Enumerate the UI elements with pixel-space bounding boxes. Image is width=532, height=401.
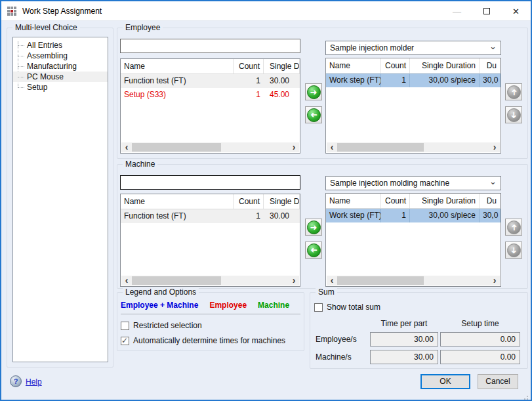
table-row[interactable]: Function test (FT) 1 30.00 bbox=[121, 209, 300, 223]
employee-move-down-button[interactable]: ➜ bbox=[505, 106, 522, 123]
arrow-right-icon: ➜ bbox=[310, 223, 317, 232]
close-button[interactable]: ✕ bbox=[501, 1, 531, 21]
cell-count: 1 bbox=[234, 88, 264, 102]
sum-group-label: Sum bbox=[316, 287, 337, 297]
cell-name: Function test (FT) bbox=[121, 209, 234, 223]
employee-target-dropdown[interactable]: Sample injection molder ⌄ bbox=[325, 41, 501, 55]
tree-item-manufacturing[interactable]: Manufacturing bbox=[13, 61, 108, 72]
employee-time-per-part-field[interactable]: 30.00 bbox=[370, 332, 438, 347]
help-link[interactable]: Help bbox=[26, 377, 42, 387]
tree-item-all-entries[interactable]: All Entries bbox=[13, 40, 108, 51]
machine-setup-time-field[interactable]: 0.00 bbox=[440, 350, 520, 364]
machine-target-table[interactable]: Name Count Single Duration Du Work step … bbox=[325, 193, 501, 287]
cell-duration: 45.00 bbox=[264, 88, 300, 102]
col-single-duration: Single Duration bbox=[410, 58, 480, 73]
col-name: Name bbox=[121, 194, 234, 209]
employee-remove-button[interactable]: ➜ bbox=[305, 106, 322, 123]
scrollbar-thumb[interactable] bbox=[337, 276, 424, 285]
show-total-sum-checkbox[interactable]: Show total sum bbox=[314, 303, 380, 312]
scroll-right-icon[interactable]: › bbox=[289, 142, 299, 152]
cell-single-duration: 30,00 s/piece bbox=[410, 74, 480, 87]
app-icon bbox=[7, 7, 17, 16]
machine-assign-button[interactable]: ➜ bbox=[305, 219, 322, 236]
horizontal-scrollbar[interactable]: ‹ › bbox=[327, 276, 500, 285]
machine-target-dropdown[interactable]: Sample injection molding machine ⌄ bbox=[325, 176, 501, 190]
multi-level-choice-label: Multi-level Choice bbox=[12, 23, 80, 32]
scroll-right-icon[interactable]: › bbox=[489, 142, 500, 152]
cancel-button[interactable]: Cancel bbox=[478, 374, 518, 389]
employee-sum-label: Employee/s bbox=[316, 335, 357, 344]
col-single-duration: Single Duration bbox=[410, 194, 480, 208]
multi-level-choice-list: All Entries Assembling Manufacturing PC … bbox=[12, 37, 108, 362]
machine-time-per-part-field[interactable]: 30.00 bbox=[370, 350, 438, 364]
cell-duration: 30.00 bbox=[264, 74, 300, 88]
arrow-right-icon: ➜ bbox=[310, 88, 317, 96]
minimize-button[interactable]: — bbox=[442, 1, 472, 21]
scrollbar-thumb[interactable] bbox=[132, 276, 221, 285]
cell-duration: 30,0 s/ bbox=[480, 74, 501, 87]
employee-move-up-button[interactable]: ➜ bbox=[505, 83, 522, 100]
horizontal-scrollbar[interactable]: ‹ › bbox=[121, 142, 299, 152]
table-row[interactable]: Work step (FT) 1 30,00 s/piece 30,0 s/ bbox=[326, 74, 501, 87]
col-count: Count bbox=[234, 194, 264, 209]
horizontal-scrollbar[interactable]: ‹ › bbox=[121, 276, 299, 285]
col-count: Count bbox=[381, 194, 410, 208]
checkbox-box[interactable] bbox=[121, 337, 129, 345]
machine-remove-button[interactable]: ➜ bbox=[305, 242, 322, 259]
setup-time-header: Setup time bbox=[440, 319, 520, 328]
tree-item-assembling[interactable]: Assembling bbox=[13, 51, 108, 61]
checkbox-box[interactable] bbox=[314, 303, 323, 312]
employee-source-table[interactable]: Name Count Single Dura Function test (FT… bbox=[120, 58, 300, 154]
tree-item-setup[interactable]: Setup bbox=[13, 82, 108, 93]
table-row[interactable]: Function test (FT) 1 30.00 bbox=[121, 74, 300, 88]
chevron-down-icon: ⌄ bbox=[489, 177, 497, 186]
legend-employee-machine: Employee + Machine bbox=[121, 301, 198, 310]
checkbox-label: Automatically determine times for machin… bbox=[133, 336, 285, 345]
table-header: Name Count Single Dura bbox=[121, 59, 300, 74]
employee-setup-time-field[interactable]: 0.00 bbox=[440, 332, 520, 347]
employee-group-label: Employee bbox=[123, 23, 163, 32]
col-single-duration: Single Dura bbox=[264, 59, 300, 74]
ok-button[interactable]: OK bbox=[420, 374, 470, 389]
help-icon[interactable]: ? bbox=[10, 375, 22, 387]
cell-count: 1 bbox=[381, 209, 410, 222]
horizontal-scrollbar[interactable]: ‹ › bbox=[327, 142, 500, 152]
machine-source-table[interactable]: Name Count Single Dura Function test (FT… bbox=[120, 194, 300, 287]
maximize-button[interactable] bbox=[472, 1, 501, 21]
scroll-left-icon[interactable]: ‹ bbox=[121, 142, 132, 152]
machine-move-down-button[interactable]: ➜ bbox=[505, 242, 522, 259]
cell-duration: 30,0 s/ bbox=[480, 209, 501, 222]
auto-determine-times-checkbox[interactable]: Automatically determine times for machin… bbox=[121, 336, 285, 345]
cell-name: Work step (FT) bbox=[326, 74, 381, 87]
legend-options-group: Legend and Options Employee + MachineEmp… bbox=[117, 292, 304, 351]
cell-count: 1 bbox=[381, 74, 410, 87]
arrow-down-icon: ➜ bbox=[510, 112, 518, 119]
time-per-part-header: Time per part bbox=[370, 319, 438, 328]
cell-count: 1 bbox=[234, 74, 264, 88]
arrow-left-icon: ➜ bbox=[310, 111, 317, 119]
scroll-right-icon[interactable]: › bbox=[489, 276, 500, 285]
scroll-right-icon[interactable]: › bbox=[289, 276, 299, 285]
legend-machine: Machine bbox=[258, 301, 289, 310]
machine-move-up-button[interactable]: ➜ bbox=[505, 219, 522, 236]
employee-filter-input[interactable] bbox=[120, 39, 300, 53]
table-row[interactable]: Work step (FT) 1 30,00 s/piece 30,0 s/ bbox=[326, 209, 501, 222]
scrollbar-thumb[interactable] bbox=[337, 143, 424, 152]
checkbox-box[interactable] bbox=[121, 322, 129, 330]
tree-item-pc-mouse[interactable]: PC Mouse bbox=[13, 72, 108, 82]
machine-filter-input[interactable] bbox=[120, 175, 300, 190]
employee-group: Employee Name Count Single Dura Function… bbox=[117, 28, 528, 159]
scroll-left-icon[interactable]: ‹ bbox=[121, 276, 132, 285]
cell-name: Function test (FT) bbox=[121, 74, 234, 88]
scroll-left-icon[interactable]: ‹ bbox=[327, 142, 337, 152]
scroll-left-icon[interactable]: ‹ bbox=[327, 276, 337, 285]
restricted-selection-checkbox[interactable]: Restricted selection bbox=[121, 321, 202, 330]
resize-grip[interactable] bbox=[527, 396, 528, 397]
arrow-left-icon: ➜ bbox=[310, 246, 317, 255]
scrollbar-thumb[interactable] bbox=[132, 143, 221, 152]
table-row[interactable]: Setup (S33) 1 45.00 bbox=[121, 88, 300, 102]
maximize-icon bbox=[483, 8, 490, 14]
employee-target-table[interactable]: Name Count Single Duration Du Work step … bbox=[325, 58, 501, 154]
work-step-assignment-dialog: Work Step Assignment — ✕ Multi-level Cho… bbox=[0, 0, 532, 401]
employee-assign-button[interactable]: ➜ bbox=[305, 83, 322, 100]
